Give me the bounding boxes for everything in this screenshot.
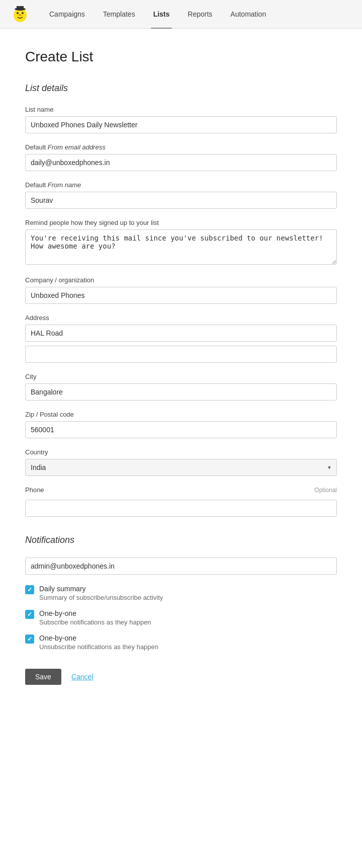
main-content: Create List List details List name Defau… (0, 29, 362, 715)
checkbox-unsubscribe-label: One-by-one (39, 634, 158, 642)
phone-label: Phone (25, 486, 44, 494)
svg-point-4 (19, 14, 22, 16)
checkbox-subscribe-desc: Subscribe notifications as they happen (39, 618, 151, 626)
cancel-button[interactable]: Cancel (71, 673, 94, 681)
checkbox-subscribe-label: One-by-one (39, 609, 151, 617)
company-input[interactable] (25, 287, 337, 304)
nav-item-lists[interactable]: Lists (144, 0, 179, 29)
nav-item-reports[interactable]: Reports (178, 0, 221, 29)
from-email-group: Default From email address (25, 143, 337, 171)
address-line2-input[interactable] (25, 346, 337, 363)
checkbox-unsubscribe-item: One-by-one Unsubscribe notifications as … (25, 634, 337, 651)
city-group: City (25, 373, 337, 401)
checkbox-unsubscribe-text: One-by-one Unsubscribe notifications as … (39, 634, 158, 651)
remind-textarea[interactable] (25, 229, 337, 265)
country-group: Country India United States United Kingd… (25, 448, 337, 476)
list-name-group: List name (25, 106, 337, 133)
address-line1-input[interactable] (25, 325, 337, 342)
checkbox-subscribe[interactable] (25, 610, 34, 619)
form-actions: Save Cancel (25, 669, 337, 685)
nav-links: Campaigns Templates Lists Reports Automa… (40, 0, 275, 29)
svg-point-2 (17, 12, 19, 14)
phone-group: Phone Optional (25, 486, 337, 517)
city-input[interactable] (25, 383, 337, 401)
nav-item-templates[interactable]: Templates (94, 0, 144, 29)
from-name-input[interactable] (25, 192, 337, 209)
company-group: Company / organization (25, 276, 337, 304)
company-label: Company / organization (25, 276, 337, 284)
checkbox-daily-text: Daily summary Summary of subscribe/unsub… (39, 585, 163, 601)
country-select[interactable]: India United States United Kingdom Austr… (25, 459, 337, 476)
zip-group: Zip / Postal code (25, 411, 337, 438)
from-email-label: Default From email address (25, 143, 337, 151)
checkbox-unsubscribe[interactable] (25, 635, 34, 644)
nav-item-campaigns[interactable]: Campaigns (40, 0, 94, 29)
section-notifications-title: Notifications (25, 535, 337, 545)
from-email-input[interactable] (25, 154, 337, 171)
from-name-group: Default From name (25, 181, 337, 209)
checkbox-daily-label: Daily summary (39, 585, 163, 593)
remind-group: Remind people how they signed up to your… (25, 219, 337, 266)
list-name-label: List name (25, 106, 337, 113)
phone-label-row: Phone Optional (25, 486, 337, 494)
checkbox-daily[interactable] (25, 585, 34, 594)
section-list-details-title: List details (25, 83, 337, 94)
svg-rect-7 (18, 6, 20, 7)
address-group: Address (25, 314, 337, 363)
logo[interactable] (10, 4, 30, 24)
checkbox-daily-item: Daily summary Summary of subscribe/unsub… (25, 585, 337, 601)
notifications-email-group (25, 558, 337, 575)
page-title: Create List (25, 49, 337, 65)
list-name-input[interactable] (25, 116, 337, 133)
country-select-wrapper: India United States United Kingdom Austr… (25, 459, 337, 476)
phone-input[interactable] (25, 500, 337, 517)
city-label: City (25, 373, 337, 380)
save-button[interactable]: Save (25, 669, 61, 685)
from-name-label: Default From name (25, 181, 337, 189)
nav-item-automation[interactable]: Automation (221, 0, 275, 29)
notifications-checkboxes: Daily summary Summary of subscribe/unsub… (25, 585, 337, 651)
remind-label: Remind people how they signed up to your… (25, 219, 337, 226)
notifications-email-input[interactable] (25, 558, 337, 575)
phone-optional-label: Optional (314, 487, 337, 494)
zip-label: Zip / Postal code (25, 411, 337, 418)
checkbox-subscribe-text: One-by-one Subscribe notifications as th… (39, 609, 151, 626)
navbar: Campaigns Templates Lists Reports Automa… (0, 0, 362, 29)
zip-input[interactable] (25, 421, 337, 438)
svg-point-3 (22, 12, 24, 14)
country-label: Country (25, 448, 337, 456)
checkbox-subscribe-item: One-by-one Subscribe notifications as th… (25, 609, 337, 626)
address-label: Address (25, 314, 337, 322)
checkbox-daily-desc: Summary of subscribe/unsubscribe activit… (39, 594, 163, 601)
checkbox-unsubscribe-desc: Unsubscribe notifications as they happen (39, 643, 158, 651)
